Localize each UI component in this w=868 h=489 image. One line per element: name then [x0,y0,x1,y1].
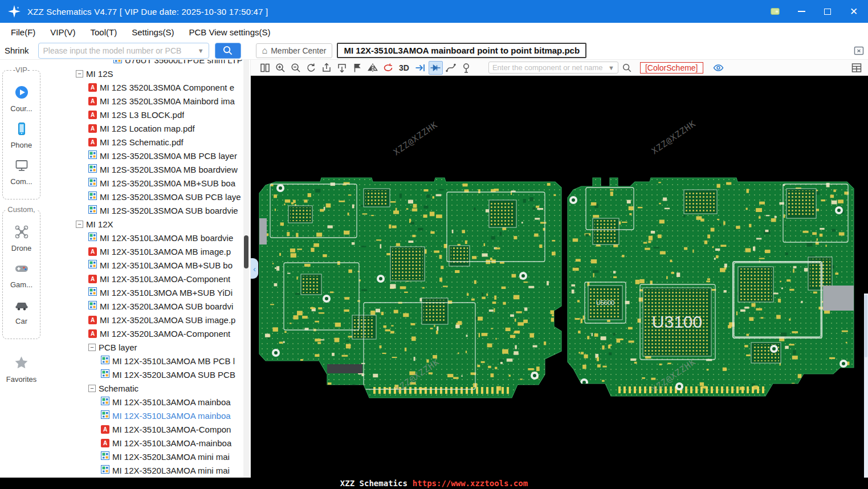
tree-item[interactable]: AMI 12X-3510L3AMOA-Component [43,272,242,286]
refresh-icon[interactable] [304,61,318,75]
model-search-input[interactable] [43,46,195,55]
menu-tool[interactable]: Tool(T) [83,27,125,37]
boardview-icon [101,410,109,421]
sidebar-item-car[interactable]: Car [3,298,40,325]
tree-item[interactable]: MI 12X-3520L3AMOA mini mai [43,450,242,463]
flip-horizontal-icon[interactable] [365,61,380,75]
sidebar-item-drone[interactable]: Drone [3,225,40,252]
flag-icon[interactable] [350,61,364,75]
jump-arrow-icon[interactable] [413,61,427,75]
zoom-out-icon[interactable] [288,61,303,75]
file-tree-panel: U76UT 35600LTPUE shim LTP−MI 12SAMI 12S … [43,60,251,478]
tree-item[interactable]: MI 12S-3520L3SMOA SUB boardvie [43,203,242,217]
zoom-in-icon[interactable] [273,61,287,75]
tree-item[interactable]: MI 12X-3520L3AMOA SUB boardvi [43,299,242,313]
canvas-scrollbar[interactable] [864,294,868,478]
tree-item[interactable]: MI 12X-3520L3AMOA SUB PCB [43,368,242,381]
sidebar-item-label: Drone [11,244,31,252]
net-search-icon[interactable] [622,63,632,73]
tree-item[interactable]: MI 12X-3510L3AMOA mainboa [43,395,242,409]
tree-item[interactable]: MI 12S-3520L3SMOA SUB PCB laye [43,190,242,203]
collapse-icon[interactable]: − [88,385,96,392]
close-button[interactable]: ✕ [849,6,859,17]
probe-icon[interactable] [459,61,474,75]
menu-vip[interactable]: VIP(V) [43,27,83,37]
sidebar-item-label: Car [15,317,27,325]
pdf-icon: A [88,247,97,256]
pdf-icon: A [88,124,97,133]
pcb-canvas[interactable]: U3100U5600 XZZ@XZZHKXZZ@XZZHKXZZ@XZZHKXZ… [251,76,868,478]
boardview-icon [101,465,109,475]
member-center-button[interactable]: ⌂ Member Center [256,43,333,58]
view-3d-button[interactable]: 3D [396,61,412,75]
tree-item[interactable]: AMI 12S Schematic.pdf [43,135,242,149]
tree-item[interactable]: MI 12S-3520L3SM0A MB+SUB boa [43,176,242,190]
maximize-button[interactable] [822,6,833,17]
tree-scrollbar-thumb[interactable] [244,235,248,268]
search-button[interactable] [215,43,241,59]
tree-node[interactable]: −Schematic [43,381,242,395]
menu-file[interactable]: File(F) [3,27,43,37]
tree-item[interactable]: MI 12S-3520L3SM0A MB PCB layer [43,149,242,162]
collapse-panel-handle[interactable]: ‹ [251,258,258,279]
export-top-icon[interactable] [319,61,333,75]
tree-item-label: MI 12X-3520L3AMOA SUB boardvi [100,301,233,311]
tree-item[interactable]: AMI 12S Location map.pdf [43,121,242,135]
shrink-button[interactable]: Shrink [5,46,29,55]
tree-item[interactable]: AMI 12X-3520L3AMOA-Component [43,327,242,340]
boardview-icon [88,205,97,215]
menu-pcb-view-settings[interactable]: PCB View settings(S) [181,27,278,37]
pcb-components-left [256,176,567,401]
tree-item[interactable]: MI 12X-3520L3AMOA mini mai [43,463,242,477]
visibility-eye-icon[interactable] [712,62,724,74]
split-view-icon[interactable] [258,61,272,75]
tree-item[interactable]: MI 12X-3510L3MOA MB+SUB YiDi [43,286,242,299]
tree-item[interactable]: MI 12S-3520L3SM0A MB boardview [43,162,242,176]
tree-item-label: MI 12X-3510L3AMOA mainboa [112,397,231,407]
chevron-down-icon[interactable]: ▼ [608,64,614,71]
pcb-board-view[interactable]: U3100U5600 XZZ@XZZHKXZZ@XZZHKXZZ@XZZHKXZ… [251,76,868,478]
open-file-tab[interactable]: MI 12X-3510L3AMOA mainboard point to poi… [337,43,586,58]
colorscheme-button[interactable]: [ColorScheme] [640,62,703,74]
tree-node[interactable]: −PCB layer [43,340,242,354]
vip-card-icon[interactable] [770,6,780,17]
tree-item[interactable]: U76UT 35600LTPUE shim LTP [43,60,242,67]
tree-item[interactable]: MI 12X-3510L3AMOA MB+SUB bo [43,258,242,272]
tree-item-label: MI 12X-3510L3AMOA-mainboa [112,438,231,448]
sidebar-item-favorites[interactable]: Favorites [0,355,43,384]
tree-item[interactable]: AMI 12S 3520L3SM0A Mainbord ima [43,94,242,108]
sidebar-item-gam[interactable]: Gam... [3,261,40,289]
collapse-icon[interactable]: − [76,221,83,228]
tree-item[interactable]: MI 12X-3510L3AMOA MB PCB l [43,354,242,368]
collapse-icon[interactable]: − [88,344,96,351]
collapse-icon[interactable]: − [76,70,83,78]
tree-node[interactable]: −MI 12S [43,67,242,80]
curve-icon[interactable] [444,61,458,75]
layer-panel-icon[interactable] [851,62,862,74]
sidebar-item-phone[interactable]: Phone [3,121,40,149]
tree-item-label: MI 12X [86,219,113,229]
minimize-button[interactable] [796,6,806,17]
tree-node[interactable]: −MI 12X [43,217,242,231]
net-search-input[interactable] [492,63,606,72]
flip-board-icon[interactable] [381,61,395,75]
diode-icon[interactable] [429,61,443,75]
tree-item[interactable]: AMI 12X-3510L3AMOA-Compon [43,422,242,436]
viewer-toolbar: 3D ▼ [ColorScheme] [251,60,868,76]
tree-item[interactable]: AMI 12X-3510L3AMOA MB image.p [43,244,242,258]
tree-scrollbar[interactable] [243,60,249,478]
sidebar-item-com[interactable]: Com... [3,158,40,186]
tree-item-label: MI 12S-3520L3SM0A MB PCB layer [100,151,237,161]
canvas-scrollbar-thumb[interactable] [865,295,867,357]
tree-item[interactable]: AMI 12X-3510L3AMOA-mainboa [43,436,242,450]
tree-item[interactable]: MI 12X-3510L3AMOA MB boardvie [43,231,242,244]
close-view-icon[interactable] [853,45,865,56]
tree-item[interactable]: AMI 12X-3520L3AMOA SUB image.p [43,313,242,327]
tree-item[interactable]: MI 12X-3510L3AMOA mainboa [43,409,242,422]
menu-settings[interactable]: Settings(S) [124,27,181,37]
chevron-down-icon[interactable]: ▼ [198,47,204,54]
tree-item[interactable]: AMI 12S L3 BLOCK.pdf [43,108,242,121]
export-bottom-icon[interactable] [335,61,349,75]
sidebar-item-cour[interactable]: Cour... [3,85,40,113]
tree-item[interactable]: AMI 12S 3520L3SM0A Component e [43,80,242,94]
